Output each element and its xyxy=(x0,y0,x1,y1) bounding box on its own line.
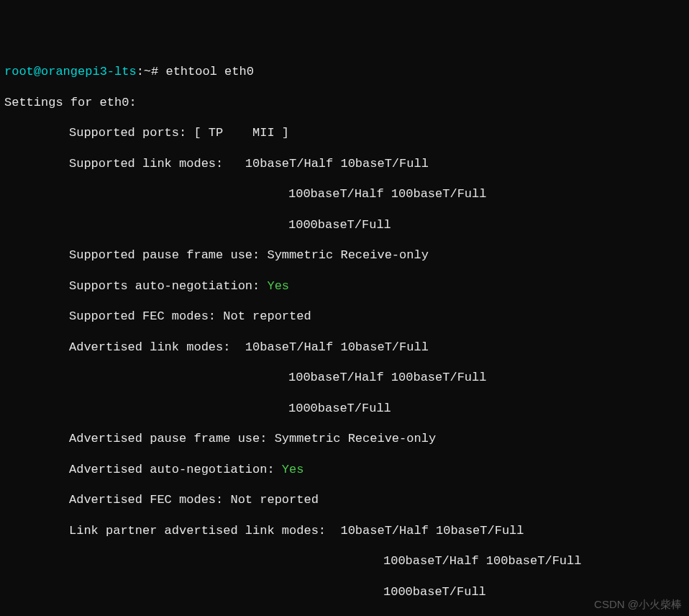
supports-auto-negotiation: Supports auto-negotiation: Yes xyxy=(4,278,689,294)
advertised-link-modes-cont1: 100baseT/Half 100baseT/Full xyxy=(4,370,689,385)
supported-pause-frame: Supported pause frame use: Symmetric Rec… xyxy=(4,248,689,263)
prompt-symbol: # xyxy=(151,65,158,78)
adv-auto-neg-yes: Yes xyxy=(282,463,304,476)
command-text[interactable]: ethtool eth0 xyxy=(165,65,253,78)
prompt-path: ~ xyxy=(144,65,151,78)
advertised-link-modes: Advertised link modes: 10baseT/Half 10ba… xyxy=(4,340,689,355)
supported-ports: Supported ports: [ TP MII ] xyxy=(4,125,689,140)
prompt-user: root xyxy=(4,65,34,78)
supported-link-modes-cont2: 1000baseT/Full xyxy=(4,217,689,232)
settings-header: Settings for eth0: xyxy=(4,95,689,110)
watermark: CSDN @小火柴棒 xyxy=(594,598,682,612)
link-partner-link-modes-cont2: 1000baseT/Full xyxy=(4,584,689,599)
link-partner-link-modes-cont1: 100baseT/Half 100baseT/Full xyxy=(4,553,689,569)
supported-link-modes-cont1: 100baseT/Half 100baseT/Full xyxy=(4,186,689,201)
advertised-fec-modes: Advertised FEC modes: Not reported xyxy=(4,492,689,507)
advertised-pause-frame: Advertised pause frame use: Symmetric Re… xyxy=(4,431,689,446)
advertised-auto-negotiation: Advertised auto-negotiation: Yes xyxy=(4,462,689,477)
supported-link-modes: Supported link modes: 10baseT/Half 10bas… xyxy=(4,156,689,171)
advertised-link-modes-cont2: 1000baseT/Full xyxy=(4,401,689,416)
prompt-line: root@orangepi3-lts:~# ethtool eth0 xyxy=(4,64,689,79)
prompt-host: orangepi3-lts xyxy=(41,65,137,78)
link-partner-link-modes: Link partner advertised link modes: 10ba… xyxy=(4,523,689,538)
supported-fec-modes: Supported FEC modes: Not reported xyxy=(4,309,689,324)
auto-neg-yes: Yes xyxy=(267,279,289,293)
